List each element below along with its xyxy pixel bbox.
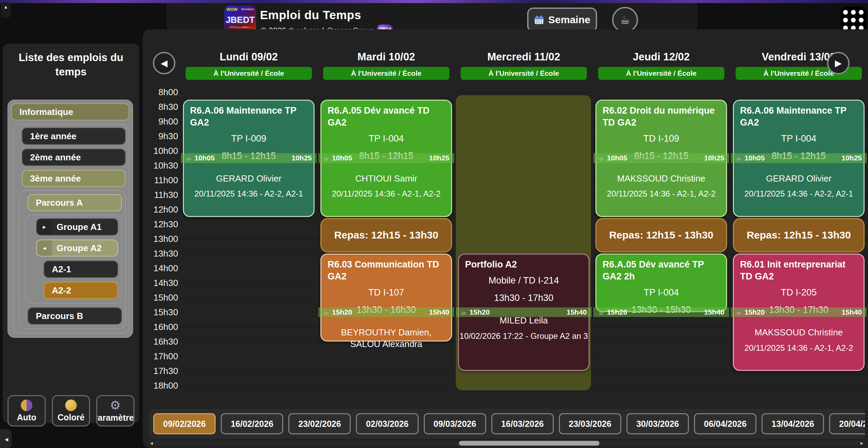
break-start: ☕10h05: [323, 154, 352, 162]
meal-break-card[interactable]: Repas: 12h15 - 13h30: [595, 218, 727, 253]
event-modified-meta: 20/11/2025 14:36 - A2-1, A2-2: [596, 189, 726, 199]
event-title: R6.A.06 Maintenance TP GA2: [734, 101, 864, 129]
sidebar-item-a2-2[interactable]: A2-2: [44, 282, 118, 299]
time-label: 16h30: [146, 336, 178, 347]
logo-edition-text: 2025 pro edition +: [225, 26, 256, 29]
sidebar-collapse-button[interactable]: ◂: [0, 429, 12, 448]
time-label: 14h00: [146, 263, 178, 274]
half-moon-icon: [21, 400, 32, 411]
event-teacher: CHTIOUI Samir: [321, 173, 451, 185]
date-tab[interactable]: 16/03/2026: [491, 413, 554, 434]
event-teacher: GERARD Olivier: [734, 173, 864, 185]
date-tab[interactable]: 09/02/2026: [153, 413, 216, 434]
day-column: R6.A.06 Maintenance TP GA2TP I-0048h15 -…: [731, 92, 867, 387]
app-root: ▲ WOW theobarc JBEDT 2025 pro edition + …: [0, 0, 868, 448]
day-location-badge: À l'Université / École: [323, 67, 449, 80]
sidebar-item-groupe-a2[interactable]: ◂Groupe A2: [36, 240, 118, 257]
break-end-label: 15h40: [429, 308, 449, 316]
date-tab[interactable]: 23/03/2026: [559, 413, 621, 434]
sidebar-item-1-re-ann-e[interactable]: 1ère année: [22, 128, 126, 145]
auto-button[interactable]: Auto: [8, 395, 46, 427]
coffee-cup-icon: ☕: [736, 308, 742, 316]
date-tab[interactable]: 09/03/2026: [424, 413, 486, 434]
break-start: ☕10h05: [736, 154, 765, 162]
profile-button[interactable]: ☕: [612, 7, 638, 33]
sidebar-item-label: Parcours B: [36, 311, 83, 321]
date-tab[interactable]: 02/03/2026: [356, 413, 418, 434]
time-label: 11h00: [146, 175, 178, 186]
collapse-top-button[interactable]: ▲: [1, 2, 11, 17]
break-end-label: 15h40: [841, 308, 862, 316]
sidebar-item-label: A2-1: [52, 264, 71, 275]
break-end-label: 10h25: [291, 154, 312, 162]
date-tab[interactable]: 06/04/2026: [694, 413, 756, 434]
break-start-label: 15h20: [607, 308, 627, 316]
meal-break-label: Repas: 12h15 - 13h30: [747, 229, 851, 241]
event-teacher: BEYROUTHY Damien, SALOU Alexandra: [321, 327, 451, 350]
cup-icon: ☕: [620, 13, 630, 27]
event-teacher: MAKSSOUD Christine: [596, 173, 726, 185]
previous-week-button[interactable]: ◀: [153, 52, 175, 74]
scroll-left-icon[interactable]: ◂: [150, 440, 153, 446]
break-stripe: ☕10h0510h25: [593, 153, 729, 163]
day-column: Portfolio A2Mobile / TD I-21413h30 - 17h…: [456, 92, 592, 387]
sidebar-item-label: Parcours A: [36, 198, 83, 208]
meal-break-label: Repas: 12h15 - 13h30: [334, 229, 438, 241]
sidebar-item-label: Groupe A1: [57, 222, 102, 232]
meal-break-label: Repas: 12h15 - 13h30: [609, 229, 713, 241]
event-teacher: GERARD Olivier: [184, 173, 314, 185]
event-room: TD I-205: [734, 287, 864, 298]
sidebar-item-2-me-ann-e[interactable]: 2ème année: [22, 149, 126, 166]
gear-icon: ⚙: [110, 399, 121, 411]
date-tab[interactable]: 20/04/2026: [829, 413, 865, 434]
coffee-cup-icon: ☕: [323, 308, 329, 316]
tree-group: Parcours A▸Groupe A1◂Groupe A2A2-1A2-2Pa…: [19, 190, 126, 329]
date-tab[interactable]: 30/03/2026: [626, 413, 689, 434]
break-stripe: ☕15h2015h40: [593, 307, 729, 317]
day-location-badge: À l'Université / École: [598, 67, 724, 80]
event-title: Portfolio A2: [459, 255, 589, 271]
break-start: ☕15h20: [598, 308, 627, 316]
sidebar-item-3-me-ann-e[interactable]: 3ème année: [22, 170, 126, 187]
date-tab[interactable]: 13/04/2026: [762, 413, 824, 434]
day-header: Lundi 09/02: [181, 50, 317, 64]
day-location-badge: À l'Université / École: [461, 67, 587, 80]
event-room: TP I-004: [596, 287, 726, 298]
param-tres-button[interactable]: ⚙Paramètres: [96, 395, 134, 427]
sidebar-item-parcours-b[interactable]: Parcours B: [28, 307, 122, 324]
sidebar-item-groupe-a1[interactable]: ▸Groupe A1: [36, 218, 118, 235]
logo-brand-text: theobarc: [241, 8, 254, 11]
time-label: 10h00: [146, 146, 178, 156]
time-label: 17h30: [146, 366, 178, 376]
event-title: R6.A.06 Maintenance TP GA2: [184, 101, 314, 129]
tree-group: Informatique1ère année2ème année3ème ann…: [8, 100, 133, 338]
sidebar-item-a2-1[interactable]: A2-1: [44, 261, 118, 278]
date-tab[interactable]: 16/02/2026: [221, 413, 283, 434]
break-start-label: 10h05: [744, 154, 765, 162]
next-week-button[interactable]: ▶: [827, 52, 850, 74]
week-view-button[interactable]: Semaine: [527, 8, 597, 32]
sidebar-item-label: A2-2: [52, 285, 71, 296]
break-start-label: 10h05: [194, 154, 215, 162]
scroll-right-icon[interactable]: ▸: [860, 440, 863, 446]
day-header: Jeudi 12/02: [593, 50, 729, 64]
day-header: Mardi 10/02: [318, 50, 454, 64]
meal-break-card[interactable]: Repas: 12h15 - 13h30: [320, 218, 452, 253]
color--button[interactable]: Coloré: [52, 395, 90, 427]
sidebar-item-label: 1ère année: [30, 131, 76, 142]
event-card[interactable]: R6.03 Communication TD GA2TD I-10713h30 …: [320, 254, 452, 342]
full-moon-icon: [65, 400, 77, 411]
day-location-badge: À l'Université / École: [186, 67, 312, 80]
break-stripe: ☕10h0510h25: [181, 153, 317, 163]
sidebar-item-label: Informatique: [19, 107, 73, 117]
sidebar-item-informatique[interactable]: Informatique: [11, 103, 129, 120]
date-tab[interactable]: 23/02/2026: [288, 413, 351, 434]
top-decorative-strip: [0, 0, 868, 3]
horizontal-scrollbar-thumb[interactable]: [459, 441, 599, 446]
coffee-cup-icon: ☕: [736, 154, 742, 162]
meal-break-card[interactable]: Repas: 12h15 - 13h30: [733, 218, 865, 253]
calendar-icon: [534, 15, 544, 25]
sidebar-item-parcours-a[interactable]: Parcours A: [28, 194, 122, 211]
event-card[interactable]: R6.A.05 Dév avancé TP GA2 2hTP I-00413h3…: [595, 254, 727, 312]
event-room: TP I-004: [321, 133, 451, 144]
